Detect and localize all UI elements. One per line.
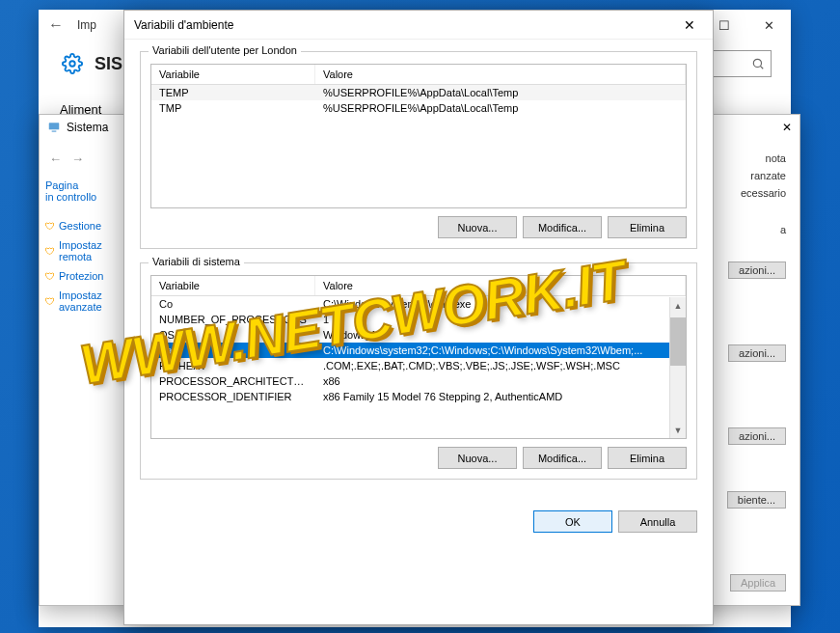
table-row[interactable]: TMP %USERPROFILE%\AppData\Local\Temp	[151, 100, 686, 116]
advanced-settings-link[interactable]: 🛡Impostaz avanzate	[45, 286, 124, 316]
sysprops-title-text: Sistema	[67, 121, 108, 134]
env-vars-button[interactable]: biente...	[727, 491, 786, 509]
scrollbar-thumb[interactable]	[670, 317, 686, 366]
scroll-up-icon[interactable]: ▲	[670, 297, 686, 314]
svg-rect-2	[49, 123, 60, 129]
user-variables-table[interactable]: Variabile Valore TEMP %USERPROFILE%\AppD…	[150, 64, 687, 208]
new-button[interactable]: Nuova...	[438, 216, 517, 238]
control-panel-home-link[interactable]: Pagina in controllo	[45, 176, 124, 206]
settings-button[interactable]: azioni...	[728, 261, 786, 279]
nav-back-icon[interactable]: ←	[49, 151, 62, 166]
sysprops-close-button[interactable]: ✕	[782, 121, 792, 134]
shield-icon: 🛡	[45, 221, 55, 232]
system-protection-link[interactable]: 🛡Protezion	[45, 266, 124, 286]
svg-point-0	[69, 61, 75, 67]
search-icon	[751, 57, 765, 70]
cancel-button[interactable]: Annulla	[618, 510, 697, 533]
user-variables-group: Variabili dell'utente per London Variabi…	[140, 51, 697, 249]
settings-button[interactable]: azioni...	[728, 344, 786, 362]
column-header-variable[interactable]: Variabile	[151, 276, 315, 295]
table-row[interactable]: PROCESSOR_ARCHITECTUREx86	[151, 373, 686, 389]
table-row[interactable]: OSWindows_NT	[151, 327, 686, 343]
column-header-value[interactable]: Valore	[315, 276, 686, 295]
svg-rect-3	[52, 131, 57, 132]
table-row[interactable]: PATHEXT.COM;.EXE;.BAT;.CMD;.VBS;.VBE;.JS…	[151, 358, 686, 373]
edit-button[interactable]: Modifica...	[523, 447, 602, 469]
remote-settings-link[interactable]: 🛡Impostaz remota	[45, 235, 124, 266]
settings-heading: SIS	[95, 54, 122, 74]
close-button[interactable]: ✕	[676, 14, 703, 36]
system-variables-group: Variabili di sistema Variabile Valore Co…	[140, 262, 697, 480]
svg-point-1	[753, 59, 761, 67]
scrollbar[interactable]: ▲ ▼	[669, 297, 686, 438]
new-button[interactable]: Nuova...	[438, 447, 517, 469]
device-manager-link[interactable]: 🛡Gestione	[45, 216, 124, 235]
gear-icon	[62, 53, 83, 74]
table-row[interactable]: PROCESSOR_IDENTIFIERx86 Family 15 Model …	[151, 389, 686, 404]
edit-button[interactable]: Modifica...	[523, 216, 602, 238]
column-header-variable[interactable]: Variabile	[151, 65, 315, 84]
table-row[interactable]: NUMBER_OF_PROCESSORS1	[151, 312, 686, 327]
group-legend: Variabili di sistema	[149, 256, 244, 267]
system-variables-table[interactable]: Variabile Valore CoC:\Windows\system32\c…	[150, 275, 687, 439]
apply-button[interactable]: Applica	[730, 574, 786, 592]
table-row[interactable]: PathC:\Windows\system32;C:\Windows;C:\Wi…	[151, 343, 686, 358]
back-arrow-icon[interactable]: ←	[48, 16, 64, 34]
computer-icon	[47, 121, 61, 134]
delete-button[interactable]: Elimina	[608, 447, 687, 469]
env-titlebar: Variabili d'ambiente ✕	[124, 11, 713, 40]
nav-forward-icon[interactable]: →	[71, 151, 84, 166]
dialog-title: Variabili d'ambiente	[134, 18, 233, 32]
shield-icon: 🛡	[45, 271, 55, 282]
delete-button[interactable]: Elimina	[608, 216, 687, 238]
table-row[interactable]: CoC:\Windows\system32\cmd.exe	[151, 296, 686, 312]
ok-button[interactable]: OK	[533, 510, 612, 533]
shield-icon: 🛡	[45, 296, 55, 307]
column-header-value[interactable]: Valore	[315, 65, 686, 84]
close-button[interactable]: ✕	[746, 10, 791, 41]
settings-button[interactable]: azioni...	[728, 427, 786, 445]
group-legend: Variabili dell'utente per London	[149, 44, 301, 56]
settings-title: Imp	[77, 18, 96, 32]
scroll-down-icon[interactable]: ▼	[670, 422, 686, 438]
environment-variables-dialog: Variabili d'ambiente ✕ Variabili dell'ut…	[123, 10, 714, 625]
shield-icon: 🛡	[45, 246, 55, 257]
table-row[interactable]: TEMP %USERPROFILE%\AppData\Local\Temp	[151, 85, 686, 100]
